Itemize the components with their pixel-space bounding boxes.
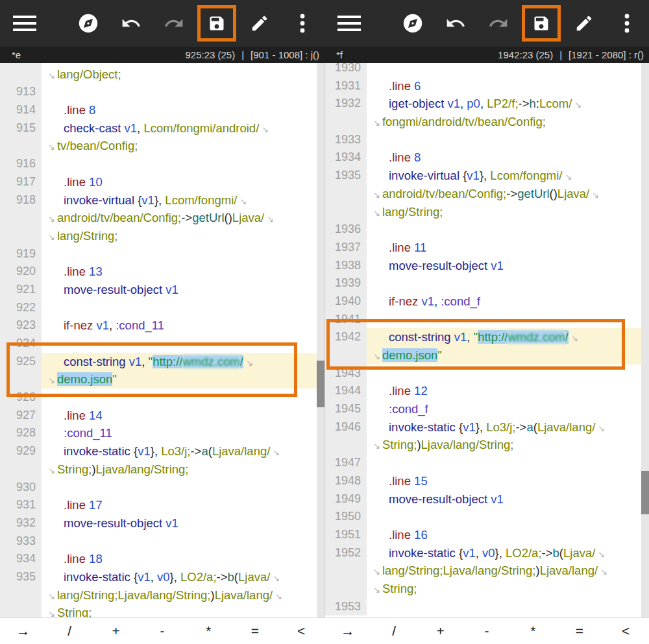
- code-line[interactable]: ↘String;: [367, 580, 641, 598]
- code-line[interactable]: move-result-object v1: [42, 281, 317, 299]
- symbol-key[interactable]: -: [139, 618, 185, 644]
- code-line[interactable]: .line 12: [367, 382, 641, 400]
- code-line[interactable]: [367, 508, 641, 526]
- code-line[interactable]: .line 8: [42, 101, 317, 119]
- code-line[interactable]: ↘lang/String;: [42, 227, 317, 245]
- code-line[interactable]: .line 16: [367, 526, 641, 544]
- menu-button-2[interactable]: [331, 0, 367, 47]
- code-line[interactable]: [42, 335, 317, 353]
- symbol-bar-right: →/+-*=<: [324, 618, 649, 644]
- symbol-key[interactable]: /: [46, 618, 92, 644]
- edit-button[interactable]: [238, 0, 281, 47]
- code-line[interactable]: .line 10: [42, 173, 317, 191]
- more-button[interactable]: [281, 0, 324, 47]
- code-line[interactable]: ↘fongmi/android/tv/bean/Config;: [367, 113, 641, 131]
- code-line[interactable]: ↘lang/Object;: [42, 66, 317, 84]
- code-line[interactable]: [367, 221, 641, 239]
- symbol-key[interactable]: →: [324, 618, 371, 644]
- code-line[interactable]: .line 15: [367, 472, 641, 490]
- editor-pane-left[interactable]: ↘invoke-virtual {p1}, Ljava/lang/↘lang/O…: [0, 63, 324, 617]
- code-line[interactable]: [42, 388, 317, 407]
- code-line[interactable]: iget-object v1, p0, LP2/f;->h:Lcom/↘: [367, 95, 641, 113]
- code-line[interactable]: [367, 598, 641, 616]
- code-row: 1946invoke-static {v1}, Lo3/j;->a(Ljava/…: [325, 418, 641, 436]
- code-line[interactable]: :cond_f: [367, 400, 641, 418]
- line-number: 933: [0, 532, 42, 551]
- symbol-key[interactable]: -: [463, 618, 509, 644]
- code-line[interactable]: invoke-virtual {v1}, Lcom/fongmi/↘: [42, 191, 317, 209]
- code-line[interactable]: [42, 299, 317, 317]
- code-line[interactable]: .line 8: [367, 149, 641, 167]
- code-line[interactable]: :cond_11: [42, 424, 317, 442]
- save-button[interactable]: [195, 0, 238, 47]
- code-line[interactable]: ↘String;: [42, 604, 317, 617]
- code-line[interactable]: const-string v1, "http://wmdz.com/↘: [367, 328, 641, 346]
- editor-pane-right[interactable]: 19301931.line 61932iget-object v1, p0, L…: [324, 63, 649, 617]
- symbol-key[interactable]: →: [0, 618, 46, 644]
- code-line[interactable]: .line 17: [42, 496, 317, 514]
- scrollbar-track[interactable]: [317, 63, 324, 617]
- more-button-2[interactable]: [606, 0, 648, 47]
- code-line[interactable]: ↘String;)Ljava/lang/String;: [367, 436, 641, 454]
- edit-button-2[interactable]: [563, 0, 606, 47]
- code-line[interactable]: [367, 364, 641, 383]
- code-line[interactable]: const-string v1, "http://wmdz.com/↘: [42, 353, 317, 371]
- navigate-button[interactable]: [67, 0, 110, 47]
- symbol-key[interactable]: +: [93, 618, 139, 644]
- symbol-key[interactable]: /: [371, 618, 417, 644]
- scrollbar-track[interactable]: [641, 63, 649, 617]
- code-line[interactable]: [42, 479, 317, 497]
- symbol-key[interactable]: =: [232, 618, 278, 644]
- code-line[interactable]: move-result-object v1: [367, 490, 641, 508]
- scrollbar-thumb[interactable]: [641, 471, 649, 514]
- undo-button-2[interactable]: [434, 0, 477, 47]
- code-line[interactable]: [367, 274, 641, 292]
- code-line[interactable]: invoke-static {v1, v0}, LO2/a;->b(Ljava/…: [367, 544, 641, 562]
- symbol-key[interactable]: =: [556, 618, 602, 644]
- code-line[interactable]: if-nez v1, :cond_f: [367, 292, 641, 311]
- code-line[interactable]: ↘lang/String;: [367, 203, 641, 221]
- code-line[interactable]: move-result-object v1: [367, 257, 641, 275]
- code-line[interactable]: [42, 245, 317, 263]
- code-line[interactable]: check-cast v1, Lcom/fongmi/android/↘: [42, 119, 317, 137]
- code-line[interactable]: ↘String;)Ljava/lang/String;: [42, 460, 317, 479]
- code-line[interactable]: .line 13: [42, 263, 317, 281]
- navigate-button-2[interactable]: [391, 0, 434, 47]
- code-line[interactable]: invoke-static {v1}, Lo3/j;->a(Ljava/lang…: [42, 442, 317, 460]
- code-line[interactable]: [367, 131, 641, 149]
- redo-button-disabled-2[interactable]: [477, 0, 520, 47]
- code-line[interactable]: if-nez v1, :cond_11: [42, 316, 317, 335]
- code-line[interactable]: [42, 155, 317, 173]
- code-line[interactable]: [367, 63, 641, 77]
- symbol-key[interactable]: +: [417, 618, 463, 644]
- code-line[interactable]: ↘android/tv/bean/Config;->getUrl()Ljava/…: [367, 185, 641, 203]
- code-line[interactable]: [42, 83, 317, 101]
- symbol-key[interactable]: <: [603, 618, 649, 644]
- code-line[interactable]: ↘demo.json": [42, 370, 317, 388]
- symbol-key[interactable]: *: [510, 618, 556, 644]
- code-line[interactable]: ↘tv/bean/Config;: [42, 137, 317, 155]
- code-line[interactable]: .line 18: [42, 550, 317, 568]
- line-number: [0, 604, 42, 617]
- code-line[interactable]: .line 11: [367, 239, 641, 257]
- undo-button[interactable]: [110, 0, 153, 47]
- code-line[interactable]: [367, 311, 641, 329]
- code-line[interactable]: .line 14: [42, 407, 317, 425]
- redo-button-disabled[interactable]: [153, 0, 195, 47]
- symbol-key[interactable]: <: [278, 618, 324, 644]
- symbol-key[interactable]: *: [186, 618, 232, 644]
- code-line[interactable]: .line 6: [367, 77, 641, 95]
- code-line[interactable]: ↘lang/String;Ljava/lang/String;)Ljava/la…: [42, 586, 317, 604]
- code-line[interactable]: move-result-object v1: [42, 514, 317, 532]
- code-line[interactable]: [42, 532, 317, 551]
- code-line[interactable]: [367, 454, 641, 472]
- code-line[interactable]: ↘demo.json": [367, 346, 641, 364]
- scrollbar-thumb[interactable]: [317, 361, 324, 407]
- code-line[interactable]: invoke-virtual {v1}, Lcom/fongmi/↘: [367, 167, 641, 185]
- code-line[interactable]: ↘android/tv/bean/Config;->getUrl()Ljava/…: [42, 209, 317, 227]
- code-line[interactable]: ↘lang/String;Ljava/lang/String;)Ljava/la…: [367, 562, 641, 580]
- code-line[interactable]: invoke-static {v1}, Lo3/j;->a(Ljava/lang…: [367, 418, 641, 436]
- save-button-2[interactable]: [520, 0, 563, 47]
- code-line[interactable]: invoke-static {v1, v0}, LO2/a;->b(Ljava/…: [42, 568, 317, 586]
- menu-button[interactable]: [6, 0, 43, 47]
